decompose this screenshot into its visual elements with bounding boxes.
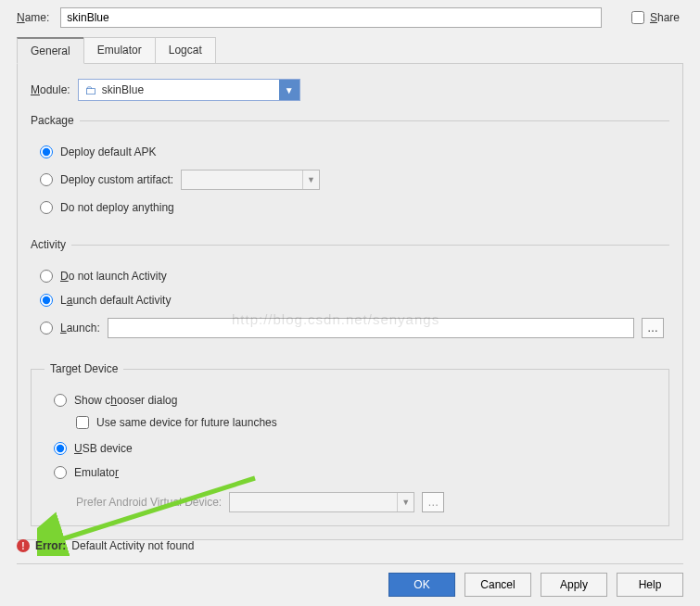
target-legend: Target Device: [45, 362, 123, 375]
chevron-down-icon[interactable]: ▼: [279, 80, 299, 100]
module-folder-icon: 🗀: [84, 83, 96, 97]
error-label: Error:: [35, 539, 66, 552]
check-same-device[interactable]: Use same device for future launches: [45, 412, 655, 436]
share-label: ShareShare: [650, 11, 680, 24]
tab-emulator[interactable]: Emulator: [83, 37, 156, 63]
name-label: NName:ame:: [17, 11, 49, 24]
share-checkbox-wrap[interactable]: ShareShare: [631, 11, 680, 24]
share-checkbox[interactable]: [631, 11, 644, 24]
radio-activity-none[interactable]: Do not launch ActivityDo not launch Acti…: [31, 264, 669, 288]
radio-deploy-none[interactable]: Do not deploy anything: [31, 196, 669, 220]
radio-usb[interactable]: USB deviceUSB device: [45, 436, 655, 461]
launch-activity-input[interactable]: [108, 318, 634, 338]
radio-activity-launch[interactable]: Launch:Launch: …: [31, 312, 669, 344]
module-value: skinBlue: [102, 83, 144, 96]
radio-activity-default[interactable]: Launch default ActivityLaunch default Ac…: [31, 288, 669, 312]
name-input[interactable]: [60, 7, 602, 28]
prefer-avd-browse-button[interactable]: …: [422, 492, 444, 512]
prefer-avd-combo: ▼: [229, 492, 414, 512]
package-legend: Package: [31, 114, 80, 127]
module-select[interactable]: 🗀 skinBlue ▼: [78, 79, 300, 101]
help-button[interactable]: Help: [617, 573, 683, 597]
tab-general[interactable]: General: [17, 37, 84, 64]
error-message: Default Activity not found: [71, 539, 194, 552]
tab-logcat[interactable]: Logcat: [155, 37, 216, 63]
target-device-group: Target Device Show chooser dialogShow ch…: [31, 362, 669, 526]
footer-buttons: OK Cancel Apply Help: [388, 573, 683, 597]
ok-button[interactable]: OK: [388, 573, 455, 597]
tabs: General Emulator Logcat: [17, 37, 683, 64]
radio-deploy-custom[interactable]: Deploy custom artifact: ▼: [31, 164, 669, 196]
browse-activity-button[interactable]: …: [642, 318, 664, 338]
radio-emulator[interactable]: EmulatorEmulator: [45, 461, 655, 485]
error-bar: ! Error: Default Activity not found: [17, 539, 683, 552]
package-group: Package Deploy default APK Deploy custom…: [31, 114, 669, 225]
radio-chooser[interactable]: Show chooser dialogShow chooser dialog: [45, 388, 655, 412]
general-panel: Module:Module: 🗀 skinBlue ▼ Package Depl…: [17, 64, 683, 540]
error-icon: !: [17, 539, 30, 552]
apply-button[interactable]: Apply: [541, 573, 607, 597]
prefer-avd-label: Prefer Android Virtual Device:: [76, 496, 222, 509]
activity-legend: Activity: [31, 238, 71, 251]
radio-deploy-default[interactable]: Deploy default APK: [31, 140, 669, 164]
separator: [17, 563, 683, 564]
custom-artifact-combo[interactable]: ▼: [181, 170, 320, 190]
chevron-down-icon: ▼: [397, 493, 414, 511]
chevron-down-icon: ▼: [302, 170, 319, 189]
cancel-button[interactable]: Cancel: [465, 573, 531, 597]
module-label: Module:Module:: [31, 83, 70, 96]
activity-group: Activity Do not launch ActivityDo not la…: [31, 238, 669, 349]
